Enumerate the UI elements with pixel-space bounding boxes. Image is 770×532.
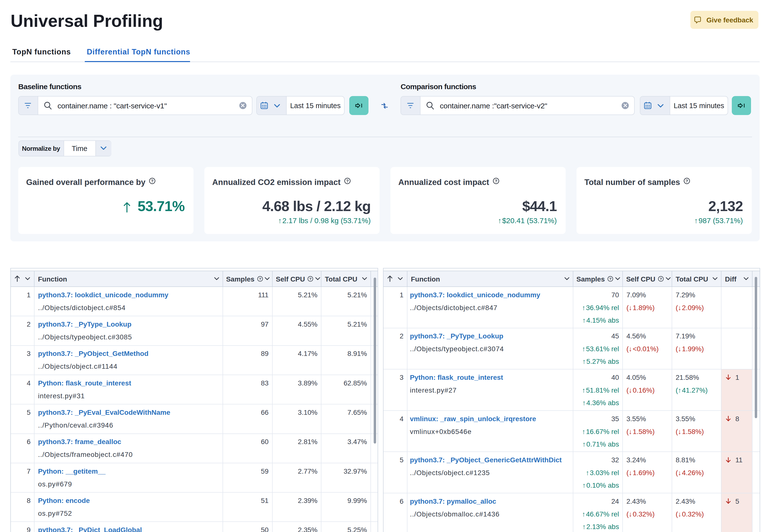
svg-text:?: ? bbox=[309, 277, 311, 281]
svg-text:?: ? bbox=[259, 277, 261, 281]
svg-text:?: ? bbox=[660, 277, 662, 281]
svg-text:?: ? bbox=[686, 179, 688, 183]
svg-text:?: ? bbox=[346, 179, 349, 183]
svg-text:?: ? bbox=[495, 179, 498, 183]
svg-text:?: ? bbox=[151, 179, 154, 183]
svg-text:?: ? bbox=[609, 277, 611, 281]
